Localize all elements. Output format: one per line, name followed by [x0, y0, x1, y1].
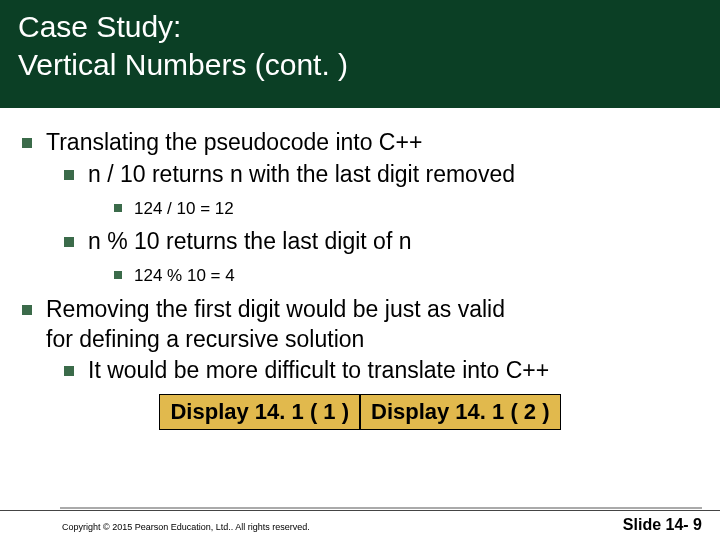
bullet-text: Removing the first digit would be just a… — [46, 295, 505, 355]
bullet-level3: 124 / 10 = 12 — [114, 196, 698, 222]
bullet-text: 124 / 10 = 12 — [134, 196, 234, 222]
bullet-level2: n / 10 returns n with the last digit rem… — [64, 160, 698, 190]
footer-divider — [60, 504, 702, 509]
bullet-text: It would be more difficult to translate … — [88, 356, 549, 386]
slide-number: Slide 14- 9 — [623, 516, 702, 534]
bullet-level1: Translating the pseudocode into C++ — [22, 128, 698, 158]
bullet-level2: It would be more difficult to translate … — [64, 356, 698, 386]
slide-title: Case Study: Vertical Numbers (cont. ) — [18, 8, 348, 83]
footer: Copyright © 2015 Pearson Education, Ltd.… — [0, 510, 720, 540]
bullet-text: n % 10 returns the last digit of n — [88, 227, 411, 257]
bullet-icon — [22, 305, 32, 315]
copyright-text: Copyright © 2015 Pearson Education, Ltd.… — [62, 522, 310, 534]
display-buttons-row: Display 14. 1 ( 1 ) Display 14. 1 ( 2 ) — [22, 394, 698, 430]
bullet-icon — [64, 366, 74, 376]
bullet-icon — [114, 204, 122, 212]
bullet-text: n / 10 returns n with the last digit rem… — [88, 160, 515, 190]
title-line-2: Vertical Numbers (cont. ) — [18, 48, 348, 81]
bullet-icon — [64, 170, 74, 180]
bullet-text: 124 % 10 = 4 — [134, 263, 235, 289]
bullet-level2: n % 10 returns the last digit of n — [64, 227, 698, 257]
bullet-icon — [64, 237, 74, 247]
display-14-1-part1-button[interactable]: Display 14. 1 ( 1 ) — [159, 394, 360, 430]
bullet-level1: Removing the first digit would be just a… — [22, 295, 698, 355]
bullet-level3: 124 % 10 = 4 — [114, 263, 698, 289]
title-line-1: Case Study: — [18, 10, 181, 43]
slide-body: Translating the pseudocode into C++ n / … — [0, 108, 720, 430]
bullet-text: Translating the pseudocode into C++ — [46, 128, 422, 158]
display-14-1-part2-button[interactable]: Display 14. 1 ( 2 ) — [360, 394, 561, 430]
bullet-icon — [114, 271, 122, 279]
title-bar: Case Study: Vertical Numbers (cont. ) — [0, 0, 720, 108]
bullet-icon — [22, 138, 32, 148]
